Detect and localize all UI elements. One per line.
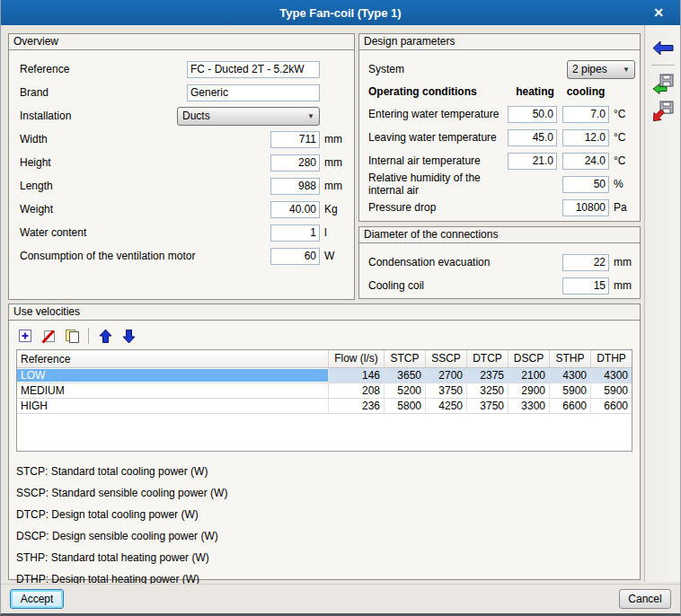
cell-dthp: 6600 [590,399,632,413]
accept-button[interactable]: Accept [10,589,64,609]
installation-selected-value: Ducts [182,110,304,122]
legend-dscp: DSCP: Design sensible cooling power (W) [16,525,640,547]
length-unit: mm [320,180,347,192]
consumption-row: Consumption of the ventilation motor W [9,244,354,268]
delete-row-button[interactable] [40,327,57,345]
water-content-row: Water content l [9,221,354,244]
cell-sscp: 3750 [425,383,466,398]
leaving-water-temp-heating-input[interactable] [508,129,557,146]
design-parameters-group: Design parameters System 2 pipes ▼ Opera… [358,33,641,222]
copy-icon [65,329,80,344]
table-row-low[interactable]: LOW 146 3650 2700 2375 2100 4300 4300 [17,368,632,383]
relative-humidity-unit: % [609,178,631,190]
condensation-evacuation-row: Condensation evacuation mm [359,251,640,274]
height-input[interactable] [270,154,320,172]
connections-title: Diameter of the connections [359,227,640,243]
entering-water-temp-heating-input[interactable] [508,106,557,123]
entering-water-temp-label: Entering water temperature [368,108,508,120]
export-library-button[interactable] [650,100,676,123]
leaving-water-temp-label: Leaving water temperature [368,131,508,144]
import-library-button[interactable] [650,73,676,96]
system-dropdown[interactable]: 2 pipes ▼ [567,60,635,79]
add-icon [18,329,33,344]
table-row-medium[interactable]: MEDIUM 208 5200 3750 3250 2900 5900 5900 [17,383,632,399]
close-button[interactable]: ✕ [646,0,671,25]
move-down-button[interactable] [119,327,137,345]
toolbar-separator [88,328,89,344]
overview-title: Overview [9,34,354,50]
brand-label: Brand [20,86,187,99]
import-library-icon [652,74,674,95]
entering-water-temp-unit: °C [609,108,631,120]
footer-bar: Accept Cancel [1,584,680,613]
col-sscp: SSCP [425,350,466,367]
relative-humidity-input[interactable] [562,176,609,193]
legend-dtcp: DTCP: Design total cooling power (W) [16,504,640,525]
reference-label: Reference [20,63,187,75]
cell-dtcp: 3250 [466,383,508,398]
consumption-input[interactable] [270,248,320,265]
leaving-water-temp-cooling-input[interactable] [562,129,609,146]
use-velocities-group: Use velocities [8,304,641,580]
cell-sscp: 4250 [425,399,466,413]
connections-group: Diameter of the connections Condensation… [358,226,641,299]
cooling-coil-unit: mm [609,279,631,292]
legend-sthp: STHP: Standard total heating power (W) [16,547,640,568]
water-content-input[interactable] [270,224,320,242]
cell-sthp: 5900 [549,383,590,398]
water-content-unit: l [320,226,347,239]
relative-humidity-label: Relative humidity of the internal air [368,172,508,197]
cancel-button[interactable]: Cancel [619,589,671,609]
height-row: Height mm [9,151,354,174]
condensation-evacuation-unit: mm [609,256,631,268]
use-velocities-title: Use velocities [9,304,640,321]
weight-input[interactable] [270,201,320,218]
length-input[interactable] [270,178,320,195]
condensation-evacuation-input[interactable] [562,254,609,271]
cell-dscp: 3300 [508,399,549,413]
close-icon: ✕ [653,5,664,20]
cell-dscp: 2900 [508,383,549,398]
installation-row: Installation Ducts ▼ [9,104,354,128]
installation-dropdown[interactable]: Ducts ▼ [177,107,320,126]
leaving-water-temp-unit: °C [609,131,631,144]
move-up-button[interactable] [96,327,114,345]
width-input[interactable] [270,131,320,148]
abbreviation-legend: STCP: Standard total cooling power (W) S… [16,461,640,590]
installation-label: Installation [20,110,177,122]
internal-air-temp-cooling-input[interactable] [562,153,609,170]
pressure-drop-input[interactable] [562,199,609,216]
add-row-button[interactable] [16,327,34,345]
cooling-coil-input[interactable] [562,277,609,295]
col-stcp: STCP [384,350,425,367]
cell-stcp: 5800 [384,399,425,413]
cell-stcp: 3650 [384,368,425,383]
design-parameters-title: Design parameters [359,34,640,50]
back-arrow-icon [652,40,674,56]
width-label: Width [20,133,270,145]
col-dtcp: DTCP [466,350,508,367]
velocities-toolbar [16,326,640,346]
system-selected-value: 2 pipes [572,63,619,75]
internal-air-temp-row: Internal air temperature °C [359,149,640,172]
system-label: System [368,63,567,75]
water-content-label: Water content [20,226,270,239]
copy-row-button[interactable] [63,327,81,345]
cell-flow: 208 [328,383,384,398]
brand-input[interactable] [187,84,320,101]
legend-sscp: SSCP: Standard sensible cooling power (W… [16,482,640,504]
reference-row: Reference [9,57,354,81]
entering-water-temp-cooling-input[interactable] [562,106,609,123]
cell-dtcp: 2375 [466,368,508,383]
table-row-high[interactable]: HIGH 236 5800 4250 3750 3300 6600 6600 [17,399,632,414]
internal-air-temp-heating-input[interactable] [508,153,557,170]
weight-label: Weight [20,203,270,216]
back-button[interactable] [650,36,676,59]
pressure-drop-row: Pressure drop Pa [359,196,640,219]
reference-input[interactable] [187,61,320,78]
delete-icon [41,329,57,344]
pressure-drop-label: Pressure drop [368,201,508,214]
width-unit: mm [320,133,347,145]
cooling-column-label: cooling [562,85,609,98]
length-row: Length mm [9,174,354,198]
